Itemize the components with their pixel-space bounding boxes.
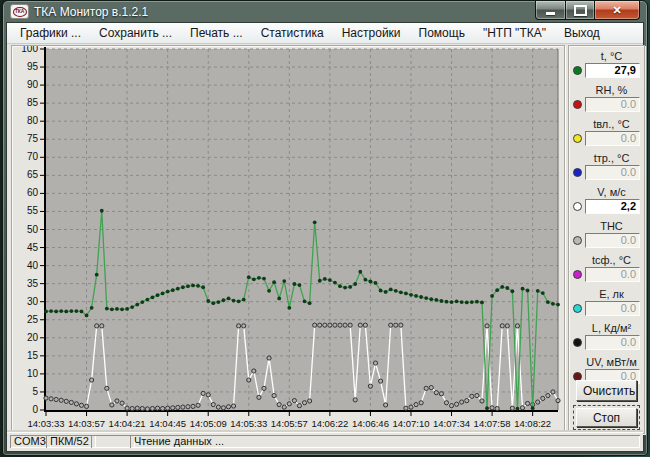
series-color-bullet-icon [573, 66, 582, 75]
svg-text:14:07:58: 14:07:58 [474, 418, 511, 429]
client-area: Графики ...Сохранить ...Печать ...Статис… [6, 22, 644, 452]
sensor-item: L, Кд/м² 0.0 [569, 322, 644, 350]
sensor-value-field[interactable]: 2,2 [585, 199, 640, 214]
trend-chart[interactable]: 0510152025303540455055606570758085909510… [12, 46, 562, 434]
maximize-icon [574, 5, 587, 16]
svg-text:14:07:34: 14:07:34 [433, 418, 470, 429]
menu-item-3[interactable]: Статистика [252, 24, 333, 42]
svg-text:70: 70 [27, 151, 39, 162]
menu-item-5[interactable]: Помощь [410, 24, 474, 42]
sensor-label: RH, % [579, 84, 644, 96]
svg-text:50: 50 [27, 224, 39, 235]
svg-text:60: 60 [27, 187, 39, 198]
sensor-list: t, °С 27,9 RH, % 0.0 tвл., °С 0.0 tтр., … [569, 50, 644, 384]
svg-text:15: 15 [27, 350, 39, 361]
menu-item-1[interactable]: Сохранить ... [90, 24, 181, 42]
sensor-item: tсф., °С 0.0 [569, 254, 644, 282]
menu-bar: Графики ...Сохранить ...Печать ...Статис… [7, 23, 643, 44]
sensor-item: ТНС 0.0 [569, 220, 644, 248]
svg-text:14:03:33: 14:03:33 [28, 418, 65, 429]
menu-item-7[interactable]: Выход [555, 24, 609, 42]
sensor-item: Е, лк 0.0 [569, 288, 644, 316]
caption-buttons: ✕ [535, 1, 640, 20]
close-button[interactable]: ✕ [594, 1, 640, 20]
svg-text:14:06:22: 14:06:22 [311, 418, 348, 429]
sensor-item: tвл., °С 0.0 [569, 118, 644, 146]
series-color-bullet-icon [573, 100, 582, 109]
sensor-label: ТНС [579, 220, 644, 232]
svg-text:75: 75 [27, 133, 39, 144]
app-window: ТКА ТКА Монитор в.1.2.1 ✕ Графики ...Сох… [2, 0, 648, 456]
sensor-label: UV, мВт/м [579, 356, 644, 368]
panel-buttons: Очистить Стоп [576, 373, 637, 427]
sensor-value-field[interactable]: 0.0 [585, 97, 640, 112]
svg-text:85: 85 [27, 97, 39, 108]
svg-text:14:08:22: 14:08:22 [514, 418, 551, 429]
sensor-value-field[interactable]: 27,9 [585, 63, 640, 78]
menu-item-4[interactable]: Настройки [333, 24, 410, 42]
menu-item-0[interactable]: Графики ... [11, 24, 90, 42]
sensor-value-field[interactable]: 0.0 [585, 267, 640, 282]
svg-text:0: 0 [32, 404, 38, 415]
series-color-bullet-icon [573, 134, 582, 143]
sensor-value-field[interactable]: 0.0 [585, 131, 640, 146]
svg-text:95: 95 [27, 61, 39, 72]
minimize-button[interactable] [535, 1, 566, 20]
status-cell-1: ПКМ/52 [46, 435, 96, 448]
svg-text:35: 35 [27, 278, 39, 289]
sensor-value-field[interactable]: 0.0 [585, 301, 640, 316]
series-color-bullet-icon [573, 168, 582, 177]
svg-text:25: 25 [27, 314, 39, 325]
svg-text:40: 40 [27, 260, 39, 271]
svg-text:14:07:10: 14:07:10 [392, 418, 429, 429]
status-bar: COM3ПКМ/52Чтение данных ... [7, 432, 643, 451]
svg-text:80: 80 [27, 115, 39, 126]
svg-text:20: 20 [27, 332, 39, 343]
svg-text:10: 10 [27, 368, 39, 379]
sensor-value-field[interactable]: 0.0 [585, 165, 640, 180]
series-color-bullet-icon [573, 338, 582, 347]
sensor-value-field[interactable]: 0.0 [585, 335, 640, 350]
menu-item-2[interactable]: Печать ... [181, 24, 252, 42]
svg-text:14:04:45: 14:04:45 [149, 418, 186, 429]
sensor-label: L, Кд/м² [579, 322, 644, 334]
chart-panel: 0510152025303540455055606570758085909510… [11, 45, 565, 437]
minimize-icon [546, 12, 555, 15]
sensor-label: Е, лк [579, 288, 644, 300]
sensor-label: tвл., °С [579, 118, 644, 130]
clear-button[interactable]: Очистить [576, 380, 637, 401]
sensor-item: V, м/с 2,2 [569, 186, 644, 214]
svg-text:14:05:33: 14:05:33 [230, 418, 267, 429]
svg-text:90: 90 [27, 79, 39, 90]
menu-item-6[interactable]: "НТП "ТКА" [474, 24, 555, 42]
svg-text:30: 30 [27, 296, 39, 307]
series-color-bullet-icon [573, 304, 582, 313]
sensor-label: tсф., °С [579, 254, 644, 266]
svg-text:100: 100 [21, 46, 38, 54]
svg-text:14:05:57: 14:05:57 [271, 418, 308, 429]
sensor-label: V, м/с [579, 186, 644, 198]
series-color-bullet-icon [573, 202, 582, 211]
sensor-item: RH, % 0.0 [569, 84, 644, 112]
sensor-label: t, °С [579, 50, 644, 62]
svg-text:5: 5 [32, 386, 38, 397]
sensor-value-field[interactable]: 0.0 [585, 233, 640, 248]
svg-text:65: 65 [27, 169, 39, 180]
status-cell-0: COM3 [10, 435, 51, 448]
close-icon: ✕ [612, 4, 621, 17]
status-cell-2 [91, 435, 135, 448]
window-title: ТКА Монитор в.1.2.1 [34, 5, 148, 19]
svg-text:55: 55 [27, 205, 39, 216]
svg-text:14:03:57: 14:03:57 [68, 418, 105, 429]
series-color-bullet-icon [573, 270, 582, 279]
stop-button[interactable]: Стоп [576, 408, 637, 427]
svg-text:14:06:46: 14:06:46 [352, 418, 389, 429]
sensor-panel: t, °С 27,9 RH, % 0.0 tвл., °С 0.0 tтр., … [568, 45, 645, 434]
maximize-button[interactable] [566, 1, 594, 20]
sensor-label: tтр., °С [579, 152, 644, 164]
title-bar[interactable]: ТКА ТКА Монитор в.1.2.1 ✕ [3, 1, 647, 22]
work-area: 0510152025303540455055606570758085909510… [7, 45, 643, 433]
status-cell-3: Чтение данных ... [130, 435, 640, 448]
sensor-item: tтр., °С 0.0 [569, 152, 644, 180]
svg-text:14:04:21: 14:04:21 [109, 418, 146, 429]
